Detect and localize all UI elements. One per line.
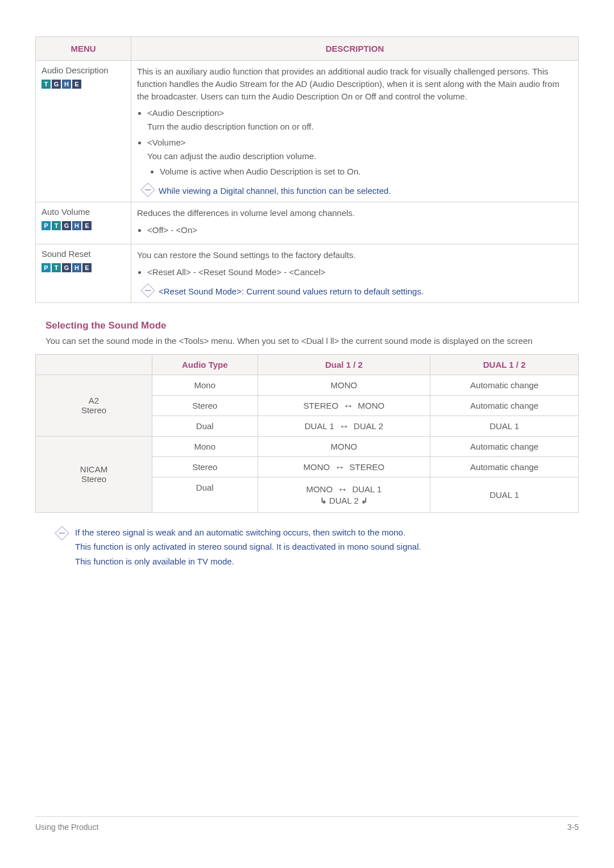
tag-p-badge: P xyxy=(42,263,51,272)
note-icon xyxy=(140,182,155,197)
menu-cell: Auto VolumePTGHE xyxy=(36,202,131,244)
dual12-mid-cell: MONO ↔ DUAL 1 ↳ DUAL 2 ↲ xyxy=(258,477,430,512)
footnotes: If the stereo signal is weak and an auto… xyxy=(57,525,579,569)
double-arrow-icon: ↔ xyxy=(332,463,347,471)
mode-label: STEREO xyxy=(350,462,385,472)
list-item: <Reset All> - <Reset Sound Mode> - <Canc… xyxy=(147,266,572,279)
footer-left: Using the Product xyxy=(35,823,98,832)
menu-description-table: MENU DESCRIPTION Audio DescriptionTGHETh… xyxy=(35,36,579,303)
tag-p-badge: P xyxy=(42,221,51,230)
mode-label: DUAL 1 xyxy=(305,421,334,431)
page-footer: Using the Product 3-5 xyxy=(35,816,579,832)
note-icon xyxy=(140,283,155,297)
mode-label: DUAL 2 xyxy=(354,421,383,431)
audio-type-cell: Dual xyxy=(152,477,258,512)
description-cell: This is an auxiliary audio function that… xyxy=(131,61,579,202)
section-title: Selecting the Sound Mode xyxy=(45,320,579,331)
list-item: <Audio Description>Turn the audio descri… xyxy=(147,107,572,133)
bullet-list: <Reset All> - <Reset Sound Mode> - <Canc… xyxy=(137,266,572,279)
menu-item-label: Sound Reset xyxy=(42,249,125,262)
mode-label: MONO xyxy=(331,380,358,390)
dual12-right-cell: Automatic change xyxy=(430,456,579,477)
footnote-line: This function is only activated in stere… xyxy=(75,539,421,554)
bullet-list: <Off> - <On> xyxy=(137,224,572,236)
note: <Reset Sound Mode>: Current sound values… xyxy=(143,284,572,298)
tag-e-badge: E xyxy=(82,263,92,272)
sub-bullet-list: Volume is active when Audio Description … xyxy=(147,165,572,178)
table-header-row: Audio Type Dual 1 / 2 DUAL 1 / 2 xyxy=(36,354,579,375)
description-intro: You can restore the Sound settings to th… xyxy=(137,249,572,261)
dual12-mid-cell: MONO xyxy=(258,436,430,456)
dual12-right-cell: DUAL 1 xyxy=(430,416,579,436)
note: While viewing a Digital channel, this fu… xyxy=(143,184,572,197)
dual12-right-cell: Automatic change xyxy=(430,395,579,416)
menu-item-label: Auto Volume xyxy=(42,207,125,220)
menu-cell: Sound ResetPTGHE xyxy=(36,244,131,302)
table-row: A2StereoMonoMONO Automatic change xyxy=(36,375,579,395)
mode-label: MONO xyxy=(304,462,330,472)
model-tag-strip: PTGHE xyxy=(42,263,92,272)
double-arrow-icon: ↔ xyxy=(335,485,350,493)
table-row: Sound ResetPTGHEYou can restore the Soun… xyxy=(36,244,579,302)
tag-e-badge: E xyxy=(72,80,81,89)
tag-e-badge: E xyxy=(82,221,92,230)
double-arrow-icon: ↔ xyxy=(341,402,355,410)
note-text: While viewing a Digital channel, this fu… xyxy=(159,185,391,197)
table-header-row: MENU DESCRIPTION xyxy=(36,37,579,61)
tag-g-badge: G xyxy=(62,221,71,230)
mode-label: DUAL 2 xyxy=(329,496,359,505)
dual12-right-cell: DUAL 1 xyxy=(430,477,579,512)
list-item: Volume is active when Audio Description … xyxy=(160,165,572,178)
bullet-list: <Audio Description>Turn the audio descri… xyxy=(137,107,572,178)
table-row: Audio DescriptionTGHEThis is an auxiliar… xyxy=(36,61,579,202)
tag-g-badge: G xyxy=(52,80,61,89)
group-stub-label: NICAMStereo xyxy=(36,436,152,512)
group-stub-label: A2Stereo xyxy=(36,375,152,436)
col-dual12-right-header: DUAL 1 / 2 xyxy=(430,354,579,375)
tag-g-badge: G xyxy=(62,263,71,272)
col-menu-header: MENU xyxy=(36,37,131,61)
menu-item-label: Audio Description xyxy=(42,65,125,78)
tag-t-badge: T xyxy=(52,263,61,272)
tag-h-badge: H xyxy=(72,221,81,230)
dual12-right-cell: Automatic change xyxy=(430,375,579,395)
audio-type-cell: Dual xyxy=(152,416,258,436)
double-arrow-icon: ↔ xyxy=(337,422,351,430)
bullet-text: You can adjust the audio description vol… xyxy=(147,150,572,163)
bullet-label: <Audio Description> xyxy=(147,107,572,119)
dual12-mid-cell: MONO ↔ STEREO xyxy=(258,456,430,477)
dual-stack: MONO ↔ DUAL 1 ↳ DUAL 2 ↲ xyxy=(263,484,426,505)
dual12-mid-cell: MONO xyxy=(258,375,430,395)
section-intro: You can set the sound mode in the <Tools… xyxy=(45,335,579,347)
note-text: <Reset Sound Mode>: Current sound values… xyxy=(159,285,424,298)
mode-label: MONO xyxy=(306,484,333,494)
footer-right: 3-5 xyxy=(567,823,579,832)
footnote-lines: If the stereo signal is weak and an auto… xyxy=(75,525,421,569)
col-audio-type-header: Audio Type xyxy=(152,354,258,375)
sound-mode-table: Audio Type Dual 1 / 2 DUAL 1 / 2 A2Stere… xyxy=(35,354,579,513)
audio-type-cell: Mono xyxy=(152,375,258,395)
bullet-text: Turn the audio description function on o… xyxy=(147,121,572,133)
tag-t-badge: T xyxy=(52,221,61,230)
model-tag-strip: TGHE xyxy=(42,80,81,89)
table-row: Auto VolumePTGHEReduces the differences … xyxy=(36,202,579,244)
footnote-line: This function is only available in TV mo… xyxy=(75,554,421,569)
list-item: <Volume>You can adjust the audio descrip… xyxy=(147,136,572,178)
dual12-mid-cell: STEREO ↔ MONO xyxy=(258,395,430,416)
bullet-label: <Volume> xyxy=(147,136,572,149)
mode-label: MONO xyxy=(331,442,358,451)
audio-type-cell: Stereo xyxy=(152,456,258,477)
menu-cell: Audio DescriptionTGHE xyxy=(36,61,131,202)
tag-h-badge: H xyxy=(62,80,71,89)
bullet-label: <Reset All> - <Reset Sound Mode> - <Canc… xyxy=(147,266,572,279)
bullet-label: <Off> - <On> xyxy=(147,224,572,236)
mode-label: DUAL 1 xyxy=(352,484,381,494)
description-intro: Reduces the differences in volume level … xyxy=(137,207,572,219)
mode-label: MONO xyxy=(358,401,385,410)
footnote-line: If the stereo signal is weak and an auto… xyxy=(75,525,421,540)
mode-label: STEREO xyxy=(304,401,339,410)
description-cell: Reduces the differences in volume level … xyxy=(131,202,579,244)
path-down-right-icon: ↳ xyxy=(320,496,327,505)
model-tag-strip: PTGHE xyxy=(42,221,92,230)
list-item: <Off> - <On> xyxy=(147,224,572,236)
